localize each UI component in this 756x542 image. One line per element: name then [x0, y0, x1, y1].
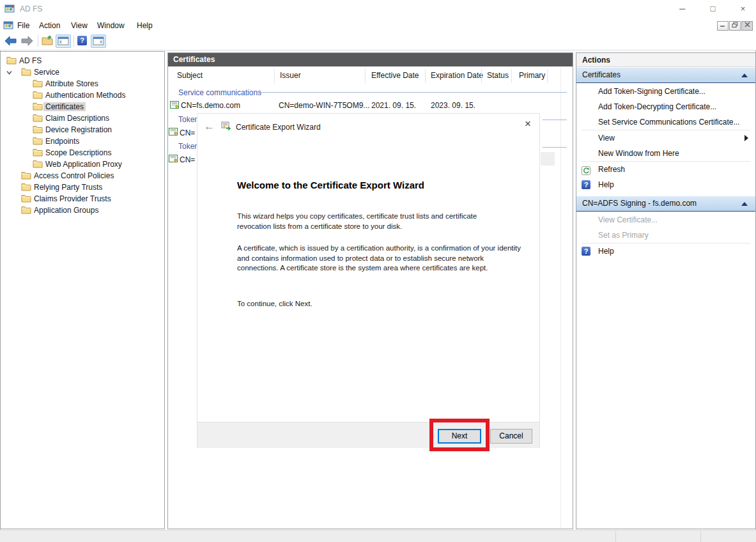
tree-item-label: Scope Descriptions: [45, 148, 111, 157]
tree-item-endpoints[interactable]: Endpoints: [1, 136, 164, 147]
column-divider[interactable]: [274, 69, 275, 83]
cell-subject: CN=fs.demo.com: [181, 101, 240, 110]
maximize-button[interactable]: □: [698, 0, 727, 17]
cell-subject-partial: CN=: [180, 128, 195, 137]
certificate-icon: [169, 127, 178, 136]
cell-expiration-date: 2023. 09. 15.: [431, 101, 475, 110]
folder-icon: [21, 171, 31, 180]
title-bar: AD FS ─ □ ×: [0, 0, 756, 17]
action-refresh[interactable]: Refresh: [577, 162, 755, 177]
back-arrow-icon[interactable]: ←: [204, 120, 215, 133]
action-view-certificate[interactable]: View Certificate...: [577, 212, 755, 228]
action-help[interactable]: ? Help: [577, 177, 755, 192]
folder-icon: [33, 160, 43, 168]
dialog-title: Certificate Export Wizard: [236, 123, 321, 132]
certificate-export-icon: [221, 121, 231, 131]
collapse-icon[interactable]: [741, 74, 748, 77]
column-header-status[interactable]: Status: [487, 71, 509, 80]
column-divider[interactable]: [365, 69, 366, 83]
column-header-subject[interactable]: Subject: [177, 71, 203, 80]
chevron-down-icon[interactable]: [6, 69, 13, 76]
column-header-effective-date[interactable]: Effective Date: [371, 71, 419, 80]
child-close-button[interactable]: [741, 21, 753, 31]
action-pane-icon[interactable]: [91, 35, 106, 48]
column-header-issuer[interactable]: Issuer: [280, 71, 301, 80]
mmc-app-icon: [4, 3, 15, 13]
wizard-paragraph: This wizard helps you copy certificates,…: [237, 212, 512, 231]
tree-item-label: Service: [34, 68, 59, 77]
tree-item-application-groups[interactable]: Application Groups: [1, 205, 164, 216]
tree-item-service[interactable]: Service: [1, 66, 164, 78]
collapse-icon[interactable]: [741, 202, 748, 206]
certificate-icon: [169, 154, 178, 163]
column-header-expiration-date[interactable]: Expiration Date: [431, 71, 483, 80]
tree-item-claim-descriptions[interactable]: Claim Descriptions: [1, 112, 164, 124]
tree-item-attribute-stores[interactable]: Attribute Stores: [1, 78, 164, 89]
column-divider[interactable]: [547, 69, 548, 83]
help-icon: ?: [582, 247, 590, 256]
toolbar-separator: [73, 35, 74, 47]
folder-icon: [21, 194, 31, 203]
column-divider[interactable]: [425, 69, 426, 83]
child-minimize-button[interactable]: [717, 21, 729, 31]
forward-arrow-icon[interactable]: [20, 36, 34, 48]
action-help[interactable]: ? Help: [577, 244, 755, 259]
tree-item-label: Application Groups: [34, 206, 98, 215]
help-icon[interactable]: ?: [77, 36, 87, 45]
group-header[interactable]: Service communications: [178, 88, 261, 97]
scrollbar-thumb[interactable]: [541, 152, 555, 166]
submenu-arrow-icon: [744, 135, 748, 141]
actions-section-certificates[interactable]: Certificates: [576, 68, 755, 83]
menu-view[interactable]: View: [71, 21, 88, 30]
console-tree-panel: AD FS Service Attribute Stores Authentic…: [0, 51, 165, 529]
toolbar: [0, 33, 756, 50]
tree-item-web-application-proxy[interactable]: Web Application Proxy: [1, 159, 164, 170]
menu-help[interactable]: Help: [137, 21, 153, 30]
folder-icon: [33, 125, 43, 134]
column-header-primary[interactable]: Primary: [519, 71, 545, 80]
tree-item-relying-party-trusts[interactable]: Relying Party Trusts: [1, 182, 164, 193]
table-row-partial[interactable]: CN=: [168, 153, 197, 166]
minimize-button[interactable]: ─: [668, 0, 697, 17]
action-set-service-communications[interactable]: Set Service Communications Certificate..…: [577, 114, 755, 130]
console-tree-icon[interactable]: [56, 35, 71, 48]
actions-pane-title: Actions: [576, 53, 755, 67]
tree-item-label: Relying Party Trusts: [34, 183, 102, 192]
back-arrow-icon[interactable]: [4, 36, 17, 48]
table-row-partial[interactable]: CN=: [168, 126, 197, 139]
actions-section-adfs-signing[interactable]: CN=ADFS Signing - fs.demo.com: [576, 196, 755, 212]
tree-item-certificates[interactable]: Certificates: [1, 101, 164, 112]
column-divider[interactable]: [511, 69, 512, 83]
status-bar: [0, 530, 756, 542]
tree-item-authentication-methods[interactable]: Authentication Methods: [1, 89, 164, 101]
action-set-as-primary[interactable]: Set as Primary: [577, 228, 755, 243]
tree-item-claims-provider-trusts[interactable]: Claims Provider Trusts: [1, 193, 164, 205]
tree-item-adfs[interactable]: AD FS: [1, 55, 164, 66]
action-add-token-signing[interactable]: Add Token-Signing Certificate...: [577, 84, 755, 99]
tree-item-label: Endpoints: [45, 137, 79, 146]
menu-file[interactable]: File: [17, 21, 29, 30]
tree-item-access-control-policies[interactable]: Access Control Policies: [1, 170, 164, 182]
export-folder-icon[interactable]: [42, 35, 54, 48]
folder-icon: [6, 56, 17, 65]
table-row[interactable]: CN=fs.demo.com CN=demo-WIN-7T5OM9... 202…: [168, 98, 559, 111]
tree-item-label: Web Application Proxy: [45, 160, 122, 169]
action-new-window[interactable]: New Window from Here: [577, 146, 755, 161]
action-view[interactable]: View: [577, 130, 755, 146]
child-restore-button[interactable]: [729, 21, 741, 31]
menu-action[interactable]: Action: [39, 21, 60, 30]
status-bar-divider: [700, 531, 701, 542]
menu-window[interactable]: Window: [97, 21, 125, 30]
action-add-token-decrypting[interactable]: Add Token-Decrypting Certificate...: [577, 99, 755, 114]
tree-item-device-registration[interactable]: Device Registration: [1, 124, 164, 136]
folder-icon: [21, 183, 31, 191]
folder-icon: [33, 102, 43, 111]
tree-item-scope-descriptions[interactable]: Scope Descriptions: [1, 147, 164, 159]
cancel-button[interactable]: Cancel: [490, 429, 532, 444]
actions-pane: Actions Certificates Add Token-Signing C…: [576, 52, 756, 529]
close-icon[interactable]: ×: [520, 118, 536, 130]
group-header-partial[interactable]: Token: [178, 142, 199, 151]
close-button[interactable]: ×: [729, 0, 756, 17]
column-divider[interactable]: [481, 69, 482, 83]
group-header-partial[interactable]: Token: [178, 115, 199, 124]
